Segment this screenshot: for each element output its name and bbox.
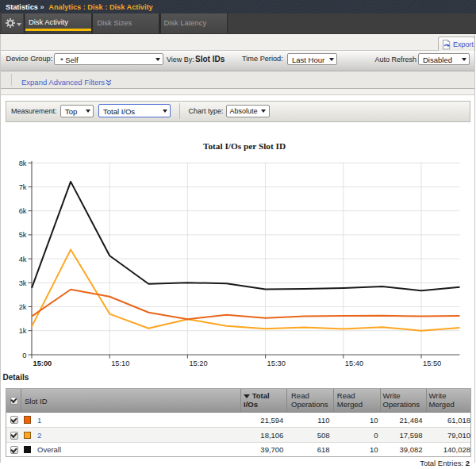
svg-text:4k: 4k	[19, 256, 27, 263]
svg-text:15:00: 15:00	[33, 359, 52, 367]
svg-text:15:20: 15:20	[189, 359, 207, 367]
svg-text:0: 0	[22, 352, 26, 359]
svg-text:7k: 7k	[19, 183, 27, 191]
svg-text:6k: 6k	[19, 207, 27, 215]
svg-text:8k: 8k	[19, 160, 27, 167]
svg-text:15:10: 15:10	[111, 359, 129, 367]
svg-text:15:40: 15:40	[345, 359, 363, 367]
svg-text:5k: 5k	[19, 231, 27, 239]
svg-text:3k: 3k	[19, 279, 27, 287]
svg-text:1k: 1k	[19, 327, 27, 335]
svg-text:15:50: 15:50	[423, 359, 441, 367]
svg-text:15:30: 15:30	[267, 359, 286, 367]
svg-text:2k: 2k	[19, 303, 27, 311]
svg-text:Total I/Os per Slot ID: Total I/Os per Slot ID	[203, 141, 286, 151]
